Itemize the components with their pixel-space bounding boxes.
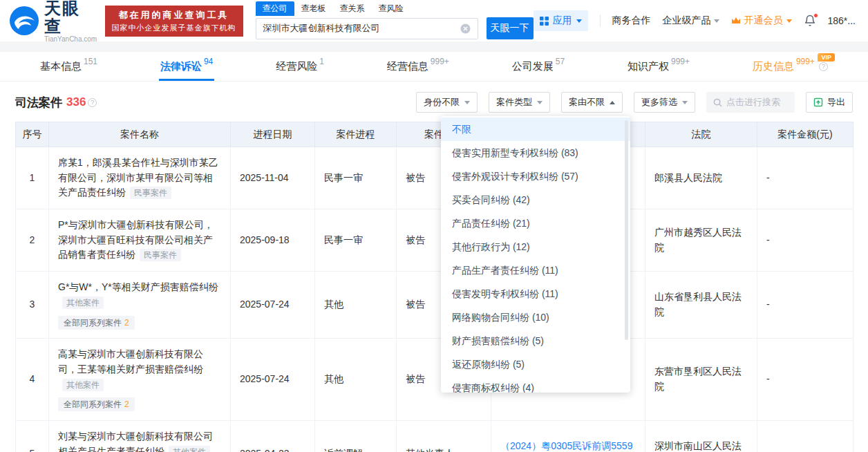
table-row: 2 P*与深圳市大疆创新科技有限公司，深圳市大疆百旺科技有限公司相关产品销售者责… <box>16 209 853 272</box>
tab-legal-litigation[interactable]: 法律诉讼94 <box>149 52 224 81</box>
case-name-link[interactable]: P*与深圳市大疆创新科技有限公司，深圳市大疆百旺科技有限公司相关产品销售者责任纠… <box>58 219 214 260</box>
case-amount: - <box>757 209 853 272</box>
case-progress: 民事一审 <box>315 147 397 209</box>
promo-banner-line1: 都在用的商业查询工具 <box>112 9 236 21</box>
chevron-down-icon <box>464 101 470 104</box>
filter-more[interactable]: 更多筛选 <box>634 92 695 113</box>
case-type-tag: 其他案件 <box>169 446 210 452</box>
clear-input-icon[interactable] <box>460 23 471 34</box>
chevron-down-icon <box>714 19 719 23</box>
section-count: 336 <box>66 95 86 109</box>
table-row: 3 G*与W*，Y*等相关财产损害赔偿纠纷其他案件 全部同系列案件2 2025-… <box>16 272 853 339</box>
dropdown-option[interactable]: 不限 <box>441 117 630 141</box>
cause-of-action-dropdown: 不限 侵害实用新型专利权纠纷 (83) 侵害外观设计专利权纠纷 (57) 买卖合… <box>441 116 630 393</box>
chevron-down-icon <box>786 19 792 23</box>
case-index: 5 <box>16 420 49 452</box>
search-tab-risk[interactable]: 查风险 <box>372 1 411 16</box>
table-search-placeholder: 点击进行搜索 <box>726 96 780 109</box>
search-tab-boss[interactable]: 查老板 <box>294 1 333 16</box>
case-type-tag: 民事案件 <box>140 249 181 261</box>
chevron-down-icon <box>537 101 542 104</box>
notifications-bell[interactable] <box>804 15 816 27</box>
search-tab-relation[interactable]: 查关系 <box>333 1 372 16</box>
case-progress: 其他 <box>315 272 397 339</box>
case-type-tag: 民事案件 <box>130 187 171 199</box>
help-icon[interactable]: ? <box>819 62 828 71</box>
search-icon <box>713 98 722 107</box>
dropdown-option[interactable]: 其他行政行为 (12) <box>441 235 630 258</box>
header-nav: 应用 商务合作 企业级产品 开通会员 <box>534 10 856 31</box>
brand-domain: TianYanCha.com <box>44 35 98 43</box>
dropdown-option[interactable]: 侵害外观设计专利权纠纷 (57) <box>441 164 630 188</box>
case-index: 4 <box>16 339 49 421</box>
tianyancha-logo[interactable]: 天眼查 TianYanCha.com <box>10 0 98 43</box>
chevron-down-icon <box>682 101 688 104</box>
filters-bar: 身份不限 案件类型 案由不限 更多筛选 点击进行搜索 <box>416 92 853 113</box>
dropdown-option[interactable]: 侵害商标权纠纷 (4) <box>441 376 630 393</box>
dropdown-option[interactable]: 侵害发明专利权纠纷 (11) <box>441 282 630 305</box>
case-identity: 其他当事人 <box>397 420 491 452</box>
col-index: 序号 <box>16 122 49 147</box>
company-search-input[interactable]: 深圳市大疆创新科技有限公司 <box>256 18 478 39</box>
vip-badge: VIP <box>818 53 835 62</box>
apps-menu-button[interactable]: 应用 <box>534 10 588 31</box>
tab-operating-info[interactable]: 经营信息999+ <box>376 52 460 81</box>
case-amount: - <box>757 339 853 421</box>
table-row: 4 高某与深圳市大疆创新科技有限公司，王某等相关财产损害赔偿纠纷其他案件 全部同… <box>16 339 853 421</box>
tab-intellectual-property[interactable]: 知识产权999+ <box>616 52 701 81</box>
nav-enterprise-products[interactable]: 企业级产品 <box>663 15 719 27</box>
export-button[interactable]: 导出 <box>806 92 853 113</box>
search-tab-company[interactable]: 查公司 <box>256 1 294 16</box>
dropdown-option[interactable]: 侵害实用新型专利权纠纷 (83) <box>441 141 630 164</box>
dropdown-option[interactable]: 买卖合同纠纷 (42) <box>441 188 630 211</box>
court: 山东省垦利县人民法院 <box>645 272 757 339</box>
filter-cause-of-action[interactable]: 案由不限 <box>561 92 623 113</box>
page: 天眼查 TianYanCha.com 都在用的商业查询工具 国家中小企业发展子基… <box>0 0 868 452</box>
case-amount: - <box>757 272 853 339</box>
dropdown-option[interactable]: 返还原物纠纷 (5) <box>441 352 630 376</box>
case-name-link[interactable]: G*与W*，Y*等相关财产损害赔偿纠纷 <box>58 281 218 292</box>
court: 郎溪县人民法院 <box>645 147 757 209</box>
filter-identity[interactable]: 身份不限 <box>416 92 478 113</box>
search-input-value: 深圳市大疆创新科技有限公司 <box>263 22 380 35</box>
nav-open-vip[interactable]: 开通会员 <box>731 15 792 27</box>
dropdown-option[interactable]: 产品生产者责任纠纷 (11) <box>441 258 630 282</box>
tab-basic-info[interactable]: 基本信息151 <box>29 52 108 81</box>
tab-operating-risk[interactable]: 经营风险1 <box>265 52 335 81</box>
chevron-down-icon <box>576 19 582 23</box>
help-icon[interactable]: ? <box>88 98 97 107</box>
search-area: 查公司 查老板 查关系 查风险 深圳市大疆创新科技有限公司 天眼一下 <box>256 2 534 39</box>
series-cases-link[interactable]: 全部同系列案件2 <box>58 316 135 330</box>
table-header-row: 序号 案件名称 进程日期 案件进程 案件身份 法院 案件金额(元) <box>16 122 853 147</box>
court: 深圳市南山区人民法院 <box>645 420 757 452</box>
case-progress: 其他 <box>315 339 397 421</box>
table-row: 5 刘某与深圳市大疆创新科技有限公司相关产品生产者责任纠纷其他案件 全部同系列案… <box>16 420 853 452</box>
series-cases-link[interactable]: 全部同系列案件2 <box>58 397 135 411</box>
case-name-link[interactable]: 高某与深圳市大疆创新科技有限公司，王某等相关财产损害赔偿纠纷 <box>58 348 203 375</box>
dropdown-option[interactable]: 网络购物合同纠纷 (10) <box>441 305 630 329</box>
col-case-name: 案件名称 <box>49 122 231 147</box>
tab-history-info[interactable]: VIP 历史信息999+ ? <box>742 52 839 81</box>
nav-business-cooperation[interactable]: 商务合作 <box>612 15 651 27</box>
dropdown-scrollbar[interactable] <box>625 120 628 340</box>
tab-company-development[interactable]: 公司发展57 <box>501 52 576 81</box>
brand-name: 天眼查 <box>44 0 98 35</box>
table-row: 1 席某1，郎溪县某合作社与深圳市某乙有限公司，深圳市某甲有限公司等相关产品责任… <box>16 147 853 209</box>
series-count: 2 <box>124 399 129 409</box>
crown-icon <box>731 17 741 25</box>
promo-banner: 都在用的商业查询工具 国家中小企业发展子基金旗下机构 <box>105 6 243 37</box>
account-phone[interactable]: 186*... <box>828 15 856 26</box>
search-submit-button[interactable]: 天眼一下 <box>487 17 534 39</box>
col-court: 法院 <box>645 122 757 147</box>
table-search-input[interactable]: 点击进行搜索 <box>706 92 795 113</box>
case-number-link[interactable]: （2024）粤0305民诉前调55592号 <box>500 440 632 452</box>
export-icon <box>813 97 823 107</box>
dropdown-option[interactable]: 产品责任纠纷 (21) <box>441 211 630 235</box>
progress-date: 2025-07-24 <box>231 339 315 421</box>
dropdown-option[interactable]: 财产损害赔偿纠纷 (5) <box>441 329 630 352</box>
case-index: 1 <box>16 147 49 209</box>
case-index: 3 <box>16 272 49 339</box>
section-title: 司法案件 <box>15 95 62 111</box>
case-type-tag: 其他案件 <box>62 296 104 309</box>
filter-case-type[interactable]: 案件类型 <box>489 92 550 113</box>
